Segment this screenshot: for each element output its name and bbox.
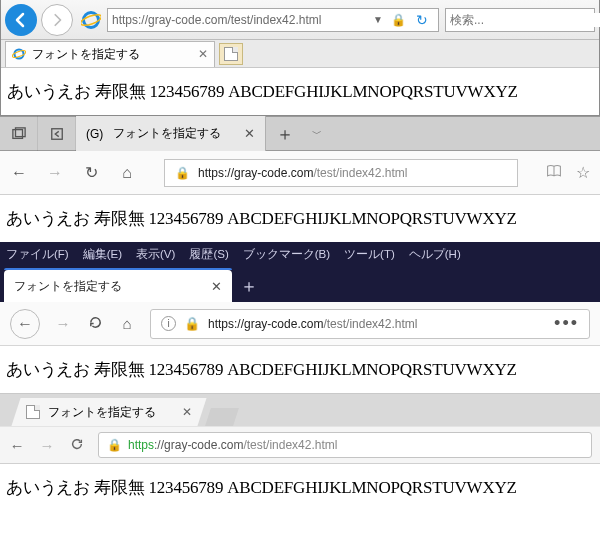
reload-icon bbox=[88, 315, 103, 330]
menu-file[interactable]: ファイル(F) bbox=[6, 247, 69, 262]
reading-view-button[interactable] bbox=[546, 163, 562, 183]
menu-history[interactable]: 履歴(S) bbox=[189, 247, 228, 262]
ie-logo-icon bbox=[81, 10, 101, 30]
page-content: あいうえお 寿限無 123456789 ABCDEFGHIJKLMNOPQRST… bbox=[0, 464, 600, 511]
firefox-toolbar: ← → ⌂ i 🔒 https://gray-code.com/test/ind… bbox=[0, 302, 600, 346]
lock-icon: 🔒 bbox=[107, 438, 122, 452]
search-input[interactable] bbox=[450, 13, 600, 27]
arrow-left-icon bbox=[13, 12, 29, 28]
favorite-button[interactable]: ☆ bbox=[576, 163, 590, 183]
chrome-toolbar: ← → 🔒 https://gray-code.com/test/index42… bbox=[0, 426, 600, 464]
lock-icon: 🔒 bbox=[387, 13, 410, 27]
url-host: https://gray-code.com bbox=[198, 166, 313, 180]
url-path: /test/index42.html bbox=[243, 438, 337, 452]
browser-tab[interactable]: フォントを指定する ✕ bbox=[11, 398, 206, 426]
tab-title: フォントを指定する bbox=[14, 278, 122, 295]
lock-icon: 🔒 bbox=[175, 166, 190, 180]
forward-button[interactable]: → bbox=[54, 315, 72, 332]
menu-bookmarks[interactable]: ブックマーク(B) bbox=[243, 247, 330, 262]
edge-window: (G) フォントを指定する ✕ ＋ ﹀ ← → ↻ ⌂ 🔒 https://gr… bbox=[0, 116, 600, 242]
chevron-down-icon[interactable]: ﹀ bbox=[304, 127, 330, 141]
close-tab-button[interactable]: ✕ bbox=[244, 126, 255, 141]
new-tab-button[interactable]: ＋ bbox=[232, 270, 266, 302]
menu-view[interactable]: 表示(V) bbox=[136, 247, 175, 262]
address-bar[interactable]: 🔒 https://gray-code.com/test/index42.htm… bbox=[98, 432, 592, 458]
reload-icon bbox=[70, 437, 84, 451]
dropdown-icon[interactable]: ▼ bbox=[369, 14, 387, 25]
url-path: /test/index42.html bbox=[313, 166, 407, 180]
set-aside-tabs-button[interactable] bbox=[38, 116, 76, 151]
new-tab-button[interactable] bbox=[219, 43, 243, 65]
set-aside-icon bbox=[50, 127, 64, 141]
forward-button[interactable]: → bbox=[46, 164, 64, 182]
page-actions-button[interactable]: ••• bbox=[554, 313, 579, 334]
menu-tools[interactable]: ツール(T) bbox=[344, 247, 395, 262]
url-scheme: https bbox=[128, 438, 154, 452]
refresh-button[interactable]: ↻ bbox=[410, 10, 434, 30]
chrome-tabstrip: フォントを指定する ✕ bbox=[0, 394, 600, 426]
tab-title: フォントを指定する bbox=[48, 404, 156, 421]
firefox-tabstrip: フォントを指定する ✕ ＋ bbox=[0, 266, 600, 302]
back-button[interactable]: ← bbox=[10, 164, 28, 182]
address-bar[interactable]: 🔒 https://gray-code.com/test/index42.htm… bbox=[164, 159, 518, 187]
edge-tabstrip: (G) フォントを指定する ✕ ＋ ﹀ bbox=[0, 116, 600, 151]
tab-actions-button[interactable] bbox=[0, 116, 38, 151]
url-host: gray-code.com bbox=[164, 438, 243, 452]
page-content: あいうえお 寿限無 123456789 ABCDEFGHIJKLMNOPQRST… bbox=[1, 68, 599, 115]
page-content: あいうえお 寿限無 123456789 ABCDEFGHIJKLMNOPQRST… bbox=[0, 346, 600, 393]
menu-edit[interactable]: 編集(E) bbox=[83, 247, 122, 262]
forward-button[interactable] bbox=[41, 4, 73, 36]
back-button[interactable] bbox=[5, 4, 37, 36]
svg-point-3 bbox=[12, 49, 26, 58]
browser-tab[interactable]: フォントを指定する ✕ bbox=[4, 270, 232, 302]
close-tab-button[interactable]: ✕ bbox=[198, 47, 208, 61]
ie-toolbar: ▼ 🔒 ↻ bbox=[1, 0, 599, 40]
close-tab-button[interactable]: ✕ bbox=[182, 405, 192, 419]
svg-rect-6 bbox=[51, 128, 62, 139]
tabs-overview-icon bbox=[12, 127, 26, 141]
page-icon bbox=[26, 405, 40, 419]
address-bar[interactable]: ▼ 🔒 ↻ bbox=[107, 8, 439, 32]
page-icon bbox=[224, 47, 238, 61]
new-tab-button[interactable]: ＋ bbox=[266, 122, 304, 146]
tab-title: フォントを指定する bbox=[113, 125, 221, 142]
url-path: /test/index42.html bbox=[323, 317, 417, 331]
firefox-window: ファイル(F) 編集(E) 表示(V) 履歴(S) ブックマーク(B) ツール(… bbox=[0, 242, 600, 393]
search-box[interactable] bbox=[445, 8, 595, 32]
address-bar[interactable]: i 🔒 https://gray-code.com/test/index42.h… bbox=[150, 309, 590, 339]
refresh-button[interactable] bbox=[68, 437, 86, 454]
url-sep: :// bbox=[154, 438, 164, 452]
url-host: https://gray-code.com bbox=[208, 317, 323, 331]
browser-tab[interactable]: (G) フォントを指定する ✕ bbox=[76, 116, 266, 151]
home-button[interactable]: ⌂ bbox=[118, 164, 136, 182]
page-content: あいうえお 寿限無 123456789 ABCDEFGHIJKLMNOPQRST… bbox=[0, 195, 600, 242]
home-button[interactable]: ⌂ bbox=[118, 315, 136, 332]
back-button[interactable]: ← bbox=[8, 437, 26, 454]
tab-prefix: (G) bbox=[86, 127, 103, 141]
refresh-button[interactable]: ↻ bbox=[82, 163, 100, 182]
arrow-right-icon bbox=[50, 13, 64, 27]
url-input[interactable] bbox=[112, 13, 369, 27]
back-button[interactable]: ← bbox=[10, 309, 40, 339]
edge-toolbar: ← → ↻ ⌂ 🔒 https://gray-code.com/test/ind… bbox=[0, 151, 600, 195]
menu-help[interactable]: ヘルプ(H) bbox=[409, 247, 461, 262]
new-tab-button[interactable] bbox=[205, 408, 239, 426]
close-tab-button[interactable]: ✕ bbox=[211, 279, 222, 294]
tab-title: フォントを指定する bbox=[32, 46, 140, 63]
forward-button[interactable]: → bbox=[38, 437, 56, 454]
ie-window: ▼ 🔒 ↻ フォントを指定する ✕ あいうえお 寿限無 123456789 AB… bbox=[0, 0, 600, 116]
menu-bar: ファイル(F) 編集(E) 表示(V) 履歴(S) ブックマーク(B) ツール(… bbox=[0, 242, 600, 266]
chrome-window: フォントを指定する ✕ ← → 🔒 https://gray-code.com/… bbox=[0, 393, 600, 511]
ie-logo-icon bbox=[12, 47, 26, 61]
ie-tabstrip: フォントを指定する ✕ bbox=[1, 40, 599, 68]
refresh-button[interactable] bbox=[86, 315, 104, 333]
book-icon bbox=[546, 163, 562, 179]
lock-icon: 🔒 bbox=[184, 316, 200, 331]
site-info-button[interactable]: i bbox=[161, 316, 176, 331]
browser-tab[interactable]: フォントを指定する ✕ bbox=[5, 41, 215, 67]
